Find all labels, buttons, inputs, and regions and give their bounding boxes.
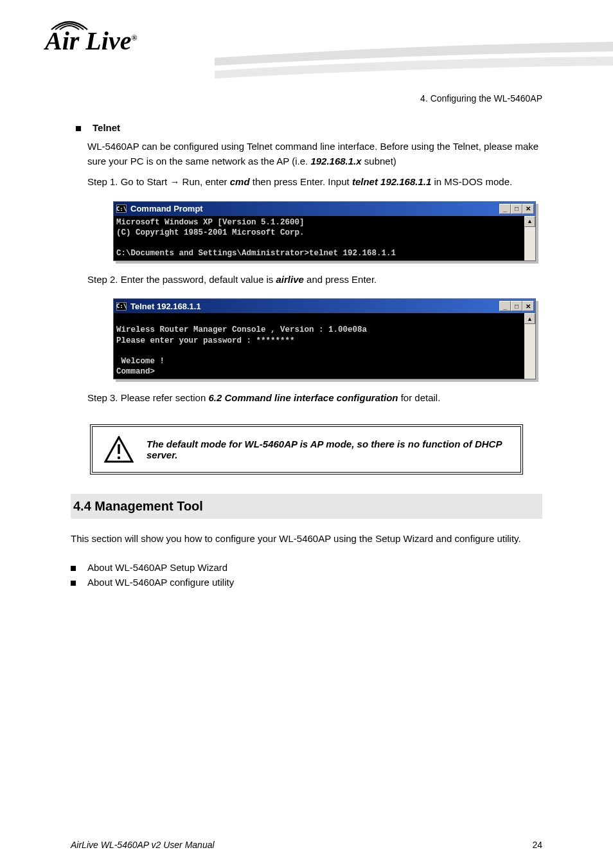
bullet-label: About WL-5460AP configure utility — [87, 577, 234, 588]
warning-triangle-icon — [104, 436, 134, 463]
telnet-intro: WL-5460AP can be configured using Telnet… — [87, 140, 542, 168]
step-2: Step 2. Enter the password, default valu… — [87, 273, 542, 287]
window-controls: _ □ ✕ — [499, 301, 534, 311]
cmd-titlebar[interactable]: C:\ Telnet 192.168.1.1 _ □ ✕ — [114, 299, 535, 313]
maximize-button[interactable]: □ — [511, 301, 522, 311]
scroll-up-icon[interactable]: ▲ — [524, 313, 535, 324]
minimize-button[interactable]: _ — [499, 204, 511, 214]
window-controls: _ □ ✕ — [499, 204, 534, 214]
square-bullet-icon — [76, 126, 81, 131]
cmd-output: Wireless Router Manager Console , Versio… — [114, 313, 524, 379]
airlive-logo: Air Live® — [45, 26, 137, 56]
cmd-icon: C:\ — [116, 204, 127, 213]
bullet-telnet: Telnet — [76, 122, 542, 133]
warning-box: The default mode for WL-5460AP is AP mod… — [90, 424, 523, 475]
bullet-config: About WL-5460AP configure utility — [71, 577, 542, 588]
footer-title: AirLive WL-5460AP v2 User Manual — [71, 840, 215, 850]
bullet-wizard: About WL-5460AP Setup Wizard — [71, 562, 542, 573]
scrollbar[interactable]: ▲ — [524, 216, 535, 260]
step-3: Step 3. Please refer section 6.2 Command… — [87, 391, 542, 406]
cmd-window-1: C:\ Command Prompt _ □ ✕ Microsoft Windo… — [113, 201, 536, 261]
bullet-label: About WL-5460AP Setup Wizard — [87, 562, 227, 573]
minimize-button[interactable]: _ — [499, 301, 511, 311]
page-content: Telnet WL-5460AP can be configured using… — [0, 122, 613, 588]
close-button[interactable]: ✕ — [522, 204, 534, 214]
bullet-label: Telnet — [93, 122, 120, 133]
cmd-title: Command Prompt — [130, 204, 499, 213]
cmd-titlebar[interactable]: C:\ Command Prompt _ □ ✕ — [114, 202, 535, 216]
step-1: Step 1. Go to Start → Run, enter cmd the… — [87, 175, 542, 190]
square-bullet-icon — [71, 566, 76, 571]
cmd-icon: C:\ — [116, 302, 127, 311]
page-header: Air Live® 4. Configuring the WL-5460AP — [0, 0, 613, 90]
close-button[interactable]: ✕ — [522, 301, 534, 311]
header-swoosh — [215, 39, 613, 90]
scroll-up-icon[interactable]: ▲ — [524, 216, 535, 227]
section-heading: 4.4 Management Tool — [71, 494, 542, 519]
svg-point-1 — [118, 457, 120, 459]
page-number: 24 — [532, 840, 542, 850]
chapter-header: 4. Configuring the WL-5460AP — [420, 93, 542, 104]
scrollbar[interactable]: ▲ — [524, 313, 535, 379]
cmd-window-2: C:\ Telnet 192.168.1.1 _ □ ✕ Wireless Ro… — [113, 298, 536, 379]
mgmt-intro: This section will show you how to config… — [71, 532, 542, 547]
cmd-title: Telnet 192.168.1.1 — [130, 302, 499, 311]
warning-text: The default mode for WL-5460AP is AP mod… — [147, 439, 509, 460]
square-bullet-icon — [71, 581, 76, 586]
page-footer: AirLive WL-5460AP v2 User Manual 24 — [0, 840, 613, 850]
maximize-button[interactable]: □ — [511, 204, 522, 214]
cmd-output: Microsoft Windows XP [Version 5.1.2600] … — [114, 216, 524, 260]
